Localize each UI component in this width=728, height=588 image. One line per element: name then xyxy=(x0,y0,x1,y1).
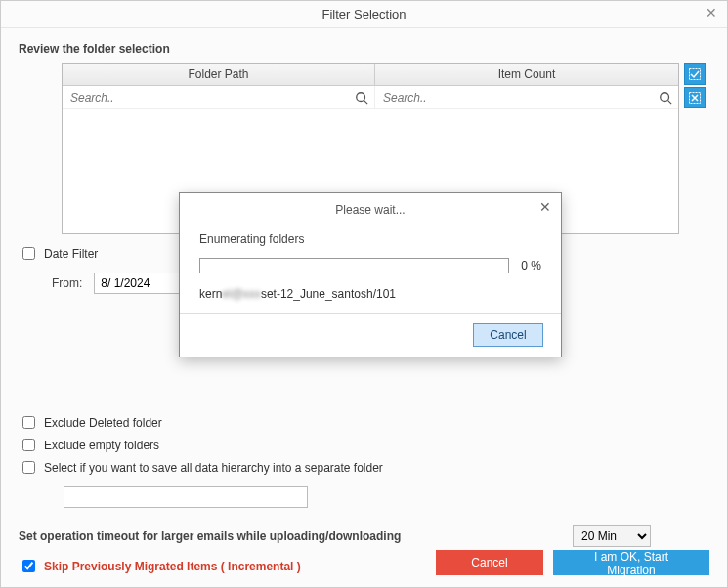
grid-search-row xyxy=(63,86,678,109)
review-heading: Review the folder selection xyxy=(19,42,709,56)
timeout-select[interactable]: 20 Min xyxy=(573,525,651,547)
modal-cancel-button[interactable]: Cancel xyxy=(473,323,543,347)
please-wait-dialog: Please wait... ✕ Enumerating folders 0 %… xyxy=(179,192,562,357)
cancel-button[interactable]: Cancel xyxy=(436,550,543,575)
search-icon[interactable] xyxy=(355,91,368,105)
modal-title-text: Please wait... xyxy=(335,203,405,217)
column-item-count[interactable]: Item Count xyxy=(375,64,678,85)
exclude-deleted-label: Exclude Deleted folder xyxy=(44,416,162,430)
modal-body: Enumerating folders 0 % kernel@xxxset-12… xyxy=(180,227,561,313)
path-suffix: set-12_June_santosh/101 xyxy=(261,287,396,301)
progress-percent: 0 % xyxy=(521,259,541,273)
modal-titlebar: Please wait... ✕ xyxy=(180,193,561,227)
modal-footer: Cancel xyxy=(180,313,561,357)
search-folder-path[interactable] xyxy=(68,90,355,105)
path-blur: el@xxx xyxy=(222,287,261,301)
search-item-count[interactable] xyxy=(381,90,659,105)
skip-label: Skip Previously Migrated Items ( Increme… xyxy=(44,560,301,573)
from-date-input[interactable] xyxy=(94,273,187,294)
skip-checkbox[interactable] xyxy=(22,560,35,572)
save-hierarchy-checkbox[interactable] xyxy=(22,461,35,474)
save-hierarchy-row: Select if you want to save all data hier… xyxy=(19,458,709,477)
svg-point-0 xyxy=(357,92,365,101)
uncheck-all-button[interactable] xyxy=(684,87,706,108)
column-folder-path[interactable]: Folder Path xyxy=(63,64,375,85)
check-all-button[interactable] xyxy=(684,63,706,85)
grid-side-buttons xyxy=(684,63,706,108)
exclude-deleted-row: Exclude Deleted folder xyxy=(19,413,709,432)
check-icon xyxy=(689,68,701,80)
progress-row: 0 % xyxy=(199,258,541,273)
search-cell-count xyxy=(375,86,678,108)
footer-buttons: Cancel I am OK, Start Migration xyxy=(436,550,709,575)
date-filter-label: Date Filter xyxy=(44,247,98,261)
hierarchy-path-input[interactable] xyxy=(64,486,308,508)
svg-point-2 xyxy=(661,92,669,101)
filter-selection-window: Filter Selection ✕ Review the folder sel… xyxy=(0,0,728,588)
svg-line-1 xyxy=(364,100,368,104)
exclude-empty-row: Exclude empty folders xyxy=(19,436,709,454)
window-title: Filter Selection xyxy=(322,7,407,21)
modal-path-text: kernel@xxxset-12_June_santosh/101 xyxy=(199,287,541,301)
search-cell-path xyxy=(63,86,375,108)
save-hierarchy-label: Select if you want to save all data hier… xyxy=(44,461,383,475)
svg-line-3 xyxy=(668,100,672,104)
close-icon[interactable]: ✕ xyxy=(702,3,721,22)
close-icon[interactable]: ✕ xyxy=(539,199,551,215)
exclude-options: Exclude Deleted folder Exclude empty fol… xyxy=(19,413,709,508)
from-label: From: xyxy=(52,276,82,290)
path-prefix: kern xyxy=(199,287,222,301)
modal-status-text: Enumerating folders xyxy=(199,232,541,246)
exclude-deleted-checkbox[interactable] xyxy=(22,416,35,429)
date-filter-checkbox[interactable] xyxy=(22,247,35,260)
progress-bar xyxy=(199,258,509,273)
timeout-row: Set operation timeout for larger emails … xyxy=(19,525,709,547)
grid-header: Folder Path Item Count xyxy=(63,64,678,86)
titlebar: Filter Selection ✕ xyxy=(1,1,727,28)
start-migration-button[interactable]: I am OK, Start Migration xyxy=(553,550,709,575)
x-icon xyxy=(689,92,701,104)
timeout-label: Set operation timeout for larger emails … xyxy=(19,529,401,543)
search-icon[interactable] xyxy=(659,91,672,105)
exclude-empty-label: Exclude empty folders xyxy=(44,439,159,452)
exclude-empty-checkbox[interactable] xyxy=(22,439,35,451)
